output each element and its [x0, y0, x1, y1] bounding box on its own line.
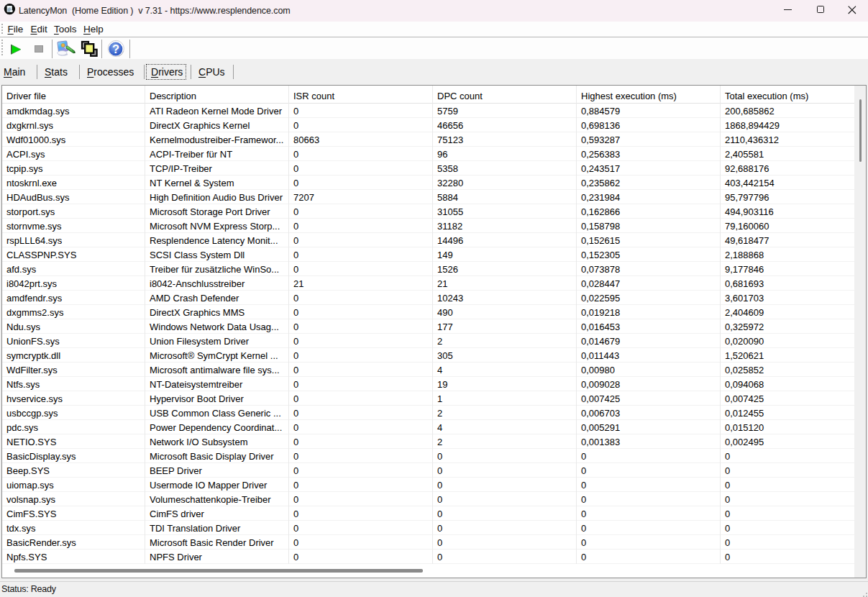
svg-text:?: ?	[112, 42, 119, 55]
